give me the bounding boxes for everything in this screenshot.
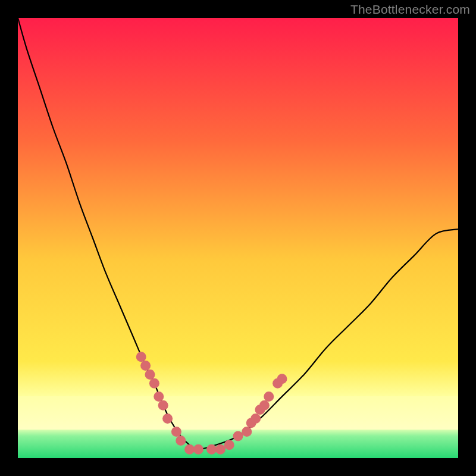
data-point (162, 414, 173, 424)
chart-frame (18, 18, 458, 458)
data-point (215, 444, 226, 455)
curve-path (18, 18, 458, 449)
watermark-text: TheBottlenecker.com (350, 2, 470, 17)
data-point (158, 400, 168, 411)
data-point (206, 444, 217, 455)
data-point (184, 444, 195, 455)
data-points (136, 352, 287, 454)
data-point (149, 378, 159, 389)
data-point (250, 414, 261, 424)
data-point (176, 436, 186, 446)
data-point (140, 361, 151, 371)
data-point (224, 440, 234, 450)
bottleneck-curve (18, 18, 458, 458)
data-point (171, 427, 181, 437)
data-point (264, 392, 274, 402)
data-point (277, 374, 287, 384)
data-point (136, 352, 146, 362)
data-point (259, 400, 270, 411)
data-point (242, 427, 252, 437)
data-point (193, 444, 203, 455)
data-point (233, 431, 243, 441)
data-point (154, 392, 164, 402)
data-point (145, 369, 155, 380)
